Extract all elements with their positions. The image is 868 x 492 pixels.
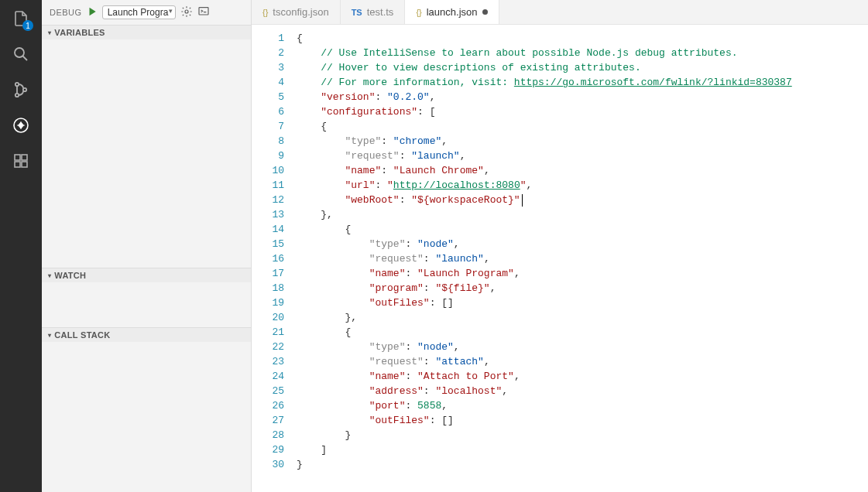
code-line[interactable]: // Hover to view descriptions of existin… [297, 60, 868, 75]
svg-point-10 [185, 10, 188, 13]
gear-icon[interactable] [180, 5, 193, 20]
code-line[interactable]: "port": 5858, [297, 398, 868, 413]
code-area[interactable]: { // Use IntelliSense to learn about pos… [297, 25, 868, 492]
file-icon: {} [262, 8, 268, 17]
tab-test-ts[interactable]: TStest.ts [341, 0, 406, 24]
section-callstack-label: CALL STACK [54, 330, 110, 340]
section-callstack: ▾ CALL STACK [42, 327, 251, 466]
file-icon: {} [416, 8, 421, 17]
console-icon[interactable] [197, 5, 210, 20]
code-line[interactable]: { [297, 31, 868, 46]
code-line[interactable]: { [297, 222, 868, 237]
svg-rect-7 [22, 155, 27, 160]
code-line[interactable]: "type": "chrome", [297, 134, 868, 149]
section-watch: ▾ WATCH [42, 268, 251, 327]
code-line[interactable]: }, [297, 207, 868, 222]
svg-rect-11 [199, 7, 208, 14]
code-line[interactable]: "program": "${file}", [297, 281, 868, 296]
debug-title: DEBUG [50, 8, 82, 17]
svg-point-0 [15, 48, 24, 57]
svg-point-2 [15, 94, 19, 97]
code-line[interactable]: "request": "attach", [297, 354, 868, 369]
section-callstack-header[interactable]: ▾ CALL STACK [42, 328, 251, 342]
section-variables-header[interactable]: ▾ VARIABLES [42, 26, 251, 39]
svg-point-1 [15, 83, 19, 86]
tab-label: launch.json [427, 6, 478, 18]
dirty-indicator-icon [482, 9, 488, 15]
start-debug-button[interactable] [87, 6, 98, 19]
code-line[interactable]: { [297, 119, 868, 134]
section-callstack-body [42, 342, 251, 466]
code-line[interactable]: "url": "http://localhost:8080", [297, 178, 868, 193]
file-icon: TS [352, 8, 362, 17]
section-variables: ▾ VARIABLES [42, 25, 251, 268]
editor-group: {}tsconfig.jsonTStest.ts{}launch.json 12… [252, 0, 868, 492]
code-line[interactable]: } [297, 457, 868, 472]
code-line[interactable]: "type": "node", [297, 237, 868, 251]
code-line[interactable]: } [297, 428, 868, 442]
line-numbers: 1234567891011121314151617181920212223242… [252, 25, 297, 492]
chevron-down-icon: ▾ [48, 332, 51, 339]
explorer-icon[interactable]: 1 [10, 8, 32, 29]
code-line[interactable]: "name": "Attach to Port", [297, 369, 868, 384]
svg-rect-9 [22, 162, 27, 167]
code-line[interactable]: "configurations": [ [297, 104, 868, 119]
section-watch-body [42, 282, 251, 327]
code-line[interactable]: "request": "launch", [297, 149, 868, 163]
code-line[interactable]: { [297, 325, 868, 340]
explorer-badge: 1 [22, 20, 33, 31]
chevron-down-icon: ▾ [48, 29, 51, 36]
section-variables-body [42, 39, 251, 268]
extensions-icon[interactable] [10, 150, 32, 172]
code-line[interactable]: // Use IntelliSense to learn about possi… [297, 46, 868, 60]
tab-tsconfig-json[interactable]: {}tsconfig.json [252, 0, 341, 24]
tab-bar: {}tsconfig.jsonTStest.ts{}launch.json [252, 0, 868, 25]
scm-icon[interactable] [10, 79, 32, 101]
code-line[interactable]: }, [297, 310, 868, 325]
tab-launch-json[interactable]: {}launch.json [405, 0, 499, 24]
svg-point-5 [19, 123, 23, 128]
code-line[interactable]: // For more information, visit: https://… [297, 75, 868, 90]
debug-sidebar: DEBUG Launch Progra ▾ VARIABLES ▾ WATCH … [42, 0, 252, 492]
debug-config-select[interactable]: Launch Progra [102, 5, 176, 19]
code-line[interactable]: "type": "node", [297, 340, 868, 354]
text-cursor [522, 194, 523, 207]
search-icon[interactable] [10, 43, 32, 65]
code-line[interactable]: "request": "launch", [297, 251, 868, 266]
svg-rect-6 [15, 155, 20, 160]
debug-header: DEBUG Launch Progra [42, 0, 251, 25]
activity-bar: 1 [0, 0, 42, 492]
section-watch-header[interactable]: ▾ WATCH [42, 268, 251, 282]
code-line[interactable]: "name": "Launch Chrome", [297, 163, 868, 178]
section-variables-label: VARIABLES [54, 28, 105, 37]
editor[interactable]: 1234567891011121314151617181920212223242… [252, 25, 868, 492]
code-line[interactable]: "webRoot": "${workspaceRoot}" [297, 193, 868, 207]
section-watch-label: WATCH [54, 271, 86, 280]
tab-label: tsconfig.json [273, 6, 328, 18]
chevron-down-icon: ▾ [48, 272, 51, 279]
svg-rect-8 [15, 162, 20, 167]
code-line[interactable]: "address": "localhost", [297, 384, 868, 398]
svg-point-3 [23, 88, 26, 91]
code-line[interactable]: "version": "0.2.0", [297, 90, 868, 104]
code-line[interactable]: ] [297, 442, 868, 457]
code-line[interactable]: "name": "Launch Program", [297, 266, 868, 281]
debug-icon[interactable] [10, 114, 32, 136]
code-line[interactable]: "outFiles": [] [297, 413, 868, 428]
tab-label: test.ts [367, 6, 394, 18]
code-line[interactable]: "outFiles": [] [297, 296, 868, 310]
